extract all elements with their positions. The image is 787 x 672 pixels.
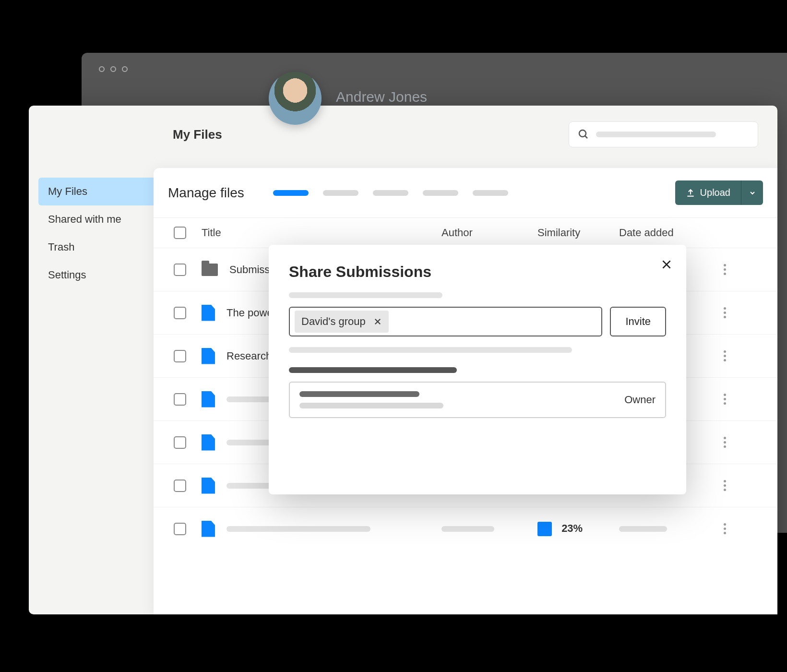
table-row[interactable]: 23% [154,507,777,550]
similarity-swatch [537,522,552,536]
owner-row: Owner [289,382,666,418]
row-checkbox[interactable] [174,480,186,492]
chevron-down-icon [749,189,756,197]
window-traffic-lights [96,62,773,82]
row-more-button[interactable] [715,350,734,361]
row-checkbox[interactable] [174,264,186,276]
search-placeholder [596,132,716,137]
upload-label: Upload [700,187,730,198]
row-checkbox[interactable] [174,523,186,535]
sidebar: My Files Shared with me Trash Settings [38,178,154,289]
sidebar-item-shared[interactable]: Shared with me [38,205,154,233]
row-checkbox[interactable] [174,393,186,406]
page-title: Manage files [168,185,244,201]
column-date[interactable]: Date added [619,227,715,239]
row-more-button[interactable] [715,394,734,405]
modal-help-placeholder [289,347,572,353]
chip-remove-icon[interactable] [373,317,382,326]
sidebar-item-label: My Files [48,185,87,197]
top-bar: My Files [29,106,777,154]
document-icon [202,348,215,364]
sidebar-item-label: Shared with me [48,213,121,225]
svg-point-0 [579,130,586,137]
document-icon [202,478,215,494]
owner-name-placeholder [299,391,419,397]
document-icon [202,305,215,321]
row-more-button[interactable] [715,307,734,318]
filter-tab[interactable] [473,190,508,196]
column-author[interactable]: Author [441,227,537,239]
folder-icon [202,264,218,276]
filter-tab[interactable] [373,190,408,196]
column-title[interactable]: Title [192,227,441,239]
recipient-chip[interactable]: David's group [295,311,389,333]
filter-tab[interactable] [423,190,458,196]
row-more-button[interactable] [715,437,734,448]
row-checkbox[interactable] [174,307,186,319]
upload-button[interactable]: Upload [675,180,741,205]
sidebar-item-trash[interactable]: Trash [38,233,154,261]
sidebar-item-settings[interactable]: Settings [38,261,154,289]
row-more-button[interactable] [715,480,734,491]
svg-line-1 [585,136,587,138]
sidebar-item-my-files[interactable]: My Files [38,178,154,205]
row-more-button[interactable] [715,523,734,534]
invite-button[interactable]: Invite [610,307,666,336]
upload-icon [686,188,695,198]
row-more-button[interactable] [715,264,734,275]
document-icon [202,391,215,408]
modal-subtitle-placeholder [289,292,442,298]
share-modal: Share Submissions David's group Invite O… [269,245,686,494]
modal-section-heading-placeholder [289,367,457,373]
upload-dropdown-button[interactable] [741,180,763,205]
filter-tabs [273,190,508,196]
avatar[interactable] [269,72,322,125]
filter-tab[interactable] [323,190,358,196]
select-all-checkbox[interactable] [174,227,186,239]
search-input[interactable] [569,121,758,147]
user-name: Andrew Jones [336,89,427,105]
document-icon [202,521,215,537]
breadcrumb: My Files [173,127,569,142]
close-icon[interactable] [660,258,673,271]
sidebar-item-label: Settings [48,269,86,281]
modal-title: Share Submissions [289,263,666,281]
sidebar-item-label: Trash [48,241,74,253]
share-recipient-input[interactable]: David's group [289,307,602,336]
filter-tab[interactable] [273,190,309,196]
chip-label: David's group [301,315,366,328]
invite-label: Invite [625,315,651,327]
owner-email-placeholder [299,403,443,408]
content-header: Manage files Upload [154,168,777,217]
search-icon [578,129,589,140]
row-checkbox[interactable] [174,350,186,362]
table-header: Title Author Similarity Date added [154,217,777,248]
row-checkbox[interactable] [174,436,186,449]
column-similarity[interactable]: Similarity [537,227,619,239]
owner-role: Owner [624,394,656,406]
document-icon [202,434,215,451]
similarity-value: 23% [561,522,583,534]
